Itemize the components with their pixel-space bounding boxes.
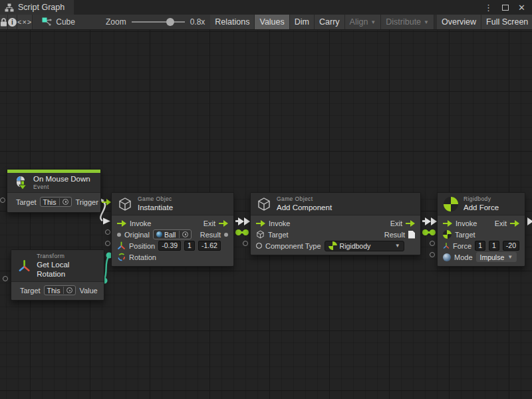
port-onmousedown-target[interactable] (0, 198, 5, 203)
rotation-port-icon[interactable] (117, 253, 126, 261)
values-button[interactable]: Values (255, 15, 289, 29)
node-add-component[interactable]: Game Object Add Component Invoke Exit Ta… (250, 192, 421, 255)
node-title: Add Component (277, 203, 332, 212)
force-port-icon[interactable] (443, 241, 450, 250)
invoke-port[interactable] (443, 220, 452, 227)
invoke-port[interactable] (117, 220, 126, 227)
port-addforce-force[interactable] (430, 241, 435, 246)
port-instantiate-position[interactable] (105, 241, 110, 246)
distribute-button[interactable]: Distribute▼ (381, 15, 434, 29)
mode-dropdown[interactable]: Impulse ▼ (476, 252, 517, 262)
chevron-down-icon: ▼ (395, 243, 400, 249)
node-surtitle: Game Object (277, 196, 332, 203)
menu-icon[interactable]: ⋮ (484, 3, 493, 12)
row-target: Target (438, 229, 525, 240)
row-rotation: Rotation (112, 251, 233, 263)
zoom-value: 0.8x (190, 17, 205, 27)
force-x-field[interactable]: 1 (475, 241, 485, 251)
lock-button[interactable] (0, 15, 8, 29)
node-on-mouse-down[interactable]: On Mouse Down Event Target This Trigger (7, 169, 101, 213)
chevron-down-icon: ▼ (370, 20, 376, 25)
exit-port[interactable] (510, 220, 519, 227)
graph-canvas[interactable]: On Mouse Down Event Target This Trigger (0, 30, 532, 399)
trigger-port[interactable] (102, 199, 111, 205)
result-label: Result (200, 231, 221, 239)
port-instantiate-original[interactable] (105, 229, 110, 235)
row-invoke: Invoke Exit (251, 217, 420, 229)
port-getlocalrotation-target[interactable] (3, 276, 8, 281)
component-type-dropdown[interactable]: Rigidbody ▼ (325, 241, 404, 251)
mode-port-icon[interactable] (443, 253, 451, 261)
relations-button[interactable]: Relations (210, 15, 255, 29)
title-bar: Script Graph ⋮ ✕ (0, 0, 532, 15)
tab-script-graph[interactable]: Script Graph (0, 0, 74, 15)
target-label: Target (20, 287, 41, 295)
target-port-rigidbody-icon[interactable] (443, 230, 452, 239)
fullscreen-button[interactable]: Full Screen (481, 15, 532, 29)
component-type-port[interactable] (256, 243, 262, 249)
object-picker-icon[interactable] (182, 231, 188, 237)
flow-connector-addcomponent-addforce (422, 217, 438, 225)
invoke-port[interactable] (256, 220, 265, 227)
overview-button[interactable]: Overview (437, 15, 481, 29)
script-graph-window: Script Graph ⋮ ✕ i <×> (0, 0, 532, 399)
port-addforce-mode[interactable] (430, 252, 435, 257)
dim-button[interactable]: Dim (290, 15, 315, 29)
position-label: Position (129, 242, 155, 250)
code-angle-icon: <×> (17, 18, 32, 26)
flow-connector-instantiate-addcomponent (235, 217, 251, 225)
component-type-label: Component Type (265, 242, 321, 250)
lock-icon (0, 18, 7, 27)
exit-port[interactable] (219, 220, 228, 227)
node-title: On Mouse Down (33, 174, 90, 184)
node-get-local-rotation[interactable]: Transform Get Local Rotation Target This (11, 249, 104, 301)
exit-port[interactable] (406, 220, 415, 227)
node-title: Instantiate (138, 203, 173, 212)
row-invoke: Invoke Exit (112, 217, 233, 229)
target-field[interactable]: This (40, 197, 72, 207)
zoom-slider-handle[interactable] (166, 18, 174, 26)
graph-icon (5, 3, 14, 12)
force-y-field[interactable]: 1 (489, 241, 499, 251)
target-field[interactable]: This (44, 285, 76, 295)
graph-toolbar: i <×> Cube Zoom 0.8x Relations Val (0, 15, 532, 30)
node-add-force[interactable]: Rigidbody Add Force Invoke Exit Target (437, 192, 525, 267)
tab-title: Script Graph (18, 3, 65, 12)
target-label: Target (16, 198, 37, 206)
row-original: Original Ball Result (112, 229, 233, 240)
maximize-icon[interactable] (502, 5, 509, 11)
node-instantiate[interactable]: Game Objec Instantiate Invoke Exit Origi… (111, 192, 234, 267)
target-port-icon[interactable] (256, 230, 265, 239)
info-button[interactable]: i (8, 15, 17, 29)
force-z-field[interactable]: -20 (503, 241, 519, 251)
row-invoke: Invoke Exit (438, 217, 525, 229)
trigger-label: Trigger (75, 198, 98, 206)
result-port-document-icon[interactable] (408, 231, 415, 239)
row-target-value: Target This Value (11, 284, 104, 297)
invoke-label: Invoke (269, 219, 290, 227)
value-label: Value (79, 287, 97, 295)
position-x-field[interactable]: -0.39 (158, 241, 181, 251)
position-y-field[interactable]: 1 (184, 241, 195, 251)
close-icon[interactable]: ✕ (518, 3, 525, 12)
carry-button[interactable]: Carry (315, 15, 345, 29)
position-port-icon[interactable] (117, 241, 126, 250)
position-z-field[interactable]: -1.62 (198, 241, 221, 251)
node-surtitle: Game Objec (138, 196, 173, 203)
original-label: Original (124, 231, 150, 239)
gameobject-icon (118, 197, 132, 211)
graph-name-label: Cube (56, 17, 75, 27)
object-picker-icon[interactable] (66, 287, 72, 293)
align-button[interactable]: Align▼ (345, 15, 382, 29)
object-picker-icon[interactable] (63, 199, 68, 205)
node-title: Get Local Rotation (37, 260, 98, 279)
port-addcomponent-componenttype[interactable] (243, 241, 248, 246)
original-field[interactable]: Ball (153, 229, 192, 239)
original-port[interactable] (117, 233, 121, 237)
invoke-label: Invoke (130, 219, 151, 227)
graph-breadcrumb: Cube (33, 15, 82, 29)
zoom-slider-track (132, 21, 185, 23)
connections-toggle-button[interactable]: <×> (17, 15, 33, 29)
zoom-slider[interactable] (132, 18, 185, 26)
result-port[interactable] (224, 233, 228, 237)
